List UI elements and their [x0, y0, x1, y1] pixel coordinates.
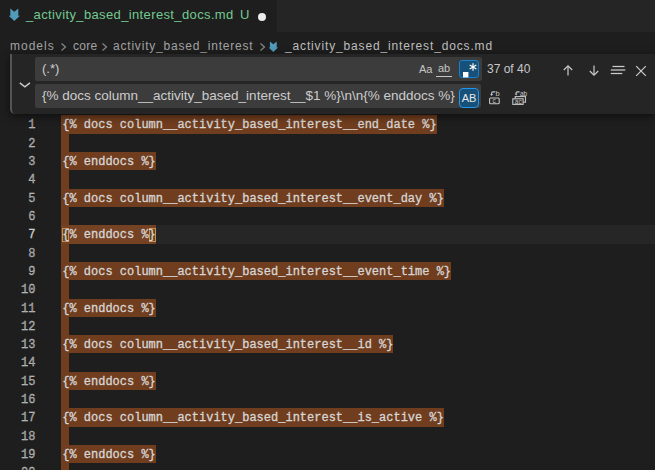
svg-text:ac: ac	[515, 98, 523, 105]
svg-text:b: b	[495, 89, 499, 98]
svg-text:ab: ab	[520, 90, 528, 97]
